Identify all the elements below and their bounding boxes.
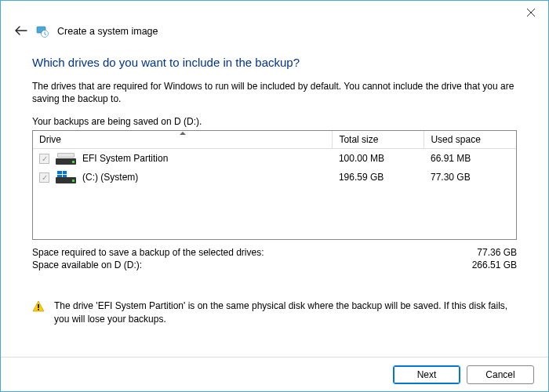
drive-total: 100.00 MB xyxy=(333,149,424,169)
drive-name: EFI System Partition xyxy=(82,153,168,164)
page-subtext: The drives that are required for Windows… xyxy=(32,80,517,105)
drive-table: Drive Total size Used space ✓ xyxy=(32,130,517,240)
cancel-button[interactable]: Cancel xyxy=(467,365,534,384)
save-location-text: Your backups are being saved on D (D:). xyxy=(32,116,517,127)
system-image-icon xyxy=(35,24,49,38)
wizard-window: Create a system image Which drives do yo… xyxy=(0,0,549,392)
table-row[interactable]: ✓ (C:) (System) 196.59 GB 77.30 GB xyxy=(33,168,516,187)
svg-rect-5 xyxy=(38,309,39,310)
svg-rect-4 xyxy=(38,304,39,308)
column-total-size[interactable]: Total size xyxy=(333,131,424,149)
summary: Space required to save a backup of the s… xyxy=(32,246,517,271)
warning-panel: The drive 'EFI System Partition' is on t… xyxy=(32,299,517,325)
drive-total: 196.59 GB xyxy=(333,168,424,187)
wizard-title: Create a system image xyxy=(57,26,158,37)
table-row[interactable]: ✓ EFI System Partition 100.00 MB 66.91 M… xyxy=(33,149,516,169)
next-button[interactable]: Next xyxy=(393,365,460,384)
header: Create a system image xyxy=(1,24,548,42)
space-available-label: Space available on D (D:): xyxy=(32,260,142,270)
back-arrow-icon[interactable] xyxy=(15,25,27,38)
column-drive[interactable]: Drive xyxy=(33,131,333,149)
space-required-label: Space required to save a backup of the s… xyxy=(32,247,264,258)
space-available-value: 266.51 GB xyxy=(472,260,517,270)
efi-drive-icon xyxy=(56,152,76,165)
footer: Next Cancel xyxy=(1,357,548,391)
column-used-space[interactable]: Used space xyxy=(424,131,516,149)
drive-used: 77.30 GB xyxy=(424,168,516,187)
drive-checkbox: ✓ xyxy=(39,154,49,164)
close-icon xyxy=(527,9,535,16)
titlebar xyxy=(1,1,548,24)
warning-text: The drive 'EFI System Partition' is on t… xyxy=(54,299,517,325)
drive-name: (C:) (System) xyxy=(82,172,138,183)
drive-used: 66.91 MB xyxy=(424,149,516,169)
close-button[interactable] xyxy=(514,2,548,24)
page-heading: Which drives do you want to include in t… xyxy=(32,56,517,69)
drive-checkbox: ✓ xyxy=(39,172,49,183)
system-drive-icon xyxy=(56,171,76,183)
content-area: Which drives do you want to include in t… xyxy=(1,42,548,357)
warning-icon xyxy=(32,300,45,315)
space-required-value: 77.36 GB xyxy=(477,247,517,258)
